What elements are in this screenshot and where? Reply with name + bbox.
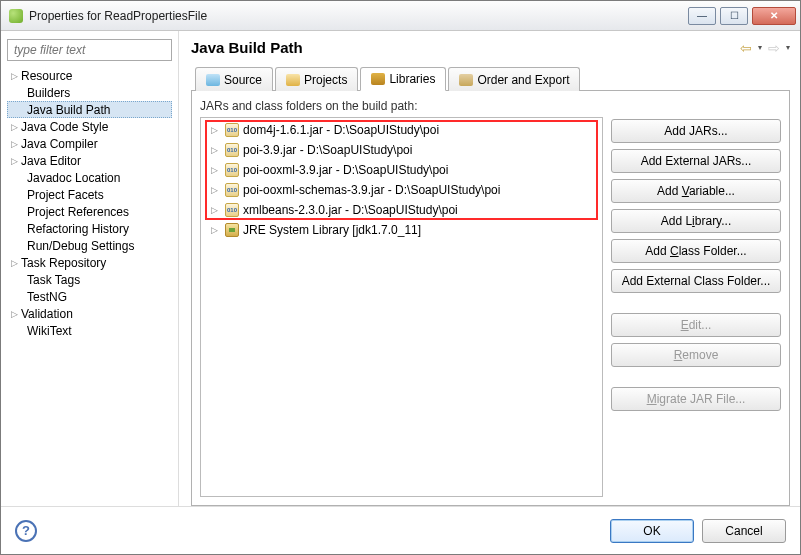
tab-label: Libraries [389, 72, 435, 86]
view-menu-icon[interactable]: ▾ [786, 43, 790, 52]
maximize-button[interactable]: ☐ [720, 7, 748, 25]
window-title: Properties for ReadPropertiesFile [29, 9, 688, 23]
sidebar-item-label: Project Facets [27, 188, 104, 202]
page-title: Java Build Path [191, 39, 740, 56]
add-class-folder-button[interactable]: Add Class Folder... [611, 239, 781, 263]
jar-icon: 010 [225, 163, 239, 177]
sidebar-item-label: Task Repository [21, 256, 106, 270]
sidebar-item[interactable]: Builders [7, 84, 172, 101]
back-icon[interactable]: ⇦ [740, 40, 752, 56]
twisty-icon[interactable]: ▷ [211, 165, 221, 175]
window-icon [9, 9, 23, 23]
close-button[interactable]: ✕ [752, 7, 796, 25]
sidebar-item-label: Run/Debug Settings [27, 239, 134, 253]
twisty-icon[interactable]: ▷ [211, 125, 221, 135]
add-library-button[interactable]: Add Library... [611, 209, 781, 233]
twisty-icon[interactable]: ▷ [211, 145, 221, 155]
library-item-label: xmlbeans-2.3.0.jar - D:\SoapUIStudy\poi [243, 203, 458, 217]
libs-area: ▷010dom4j-1.6.1.jar - D:\SoapUIStudy\poi… [200, 117, 781, 497]
jar-icon: 010 [225, 143, 239, 157]
libs-description: JARs and class folders on the build path… [200, 99, 781, 113]
sidebar-item[interactable]: Project References [7, 203, 172, 220]
nav-arrows: ⇦ ▾ ⇨ ▾ [740, 40, 790, 56]
library-item-label: poi-3.9.jar - D:\SoapUIStudy\poi [243, 143, 412, 157]
sidebar: ▷ResourceBuildersJava Build Path▷Java Co… [1, 31, 179, 506]
sidebar-item-label: Java Editor [21, 154, 81, 168]
twisty-icon[interactable]: ▷ [211, 205, 221, 215]
tab-label: Source [224, 73, 262, 87]
sidebar-item[interactable]: Run/Debug Settings [7, 237, 172, 254]
sidebar-item[interactable]: ▷Java Code Style [7, 118, 172, 135]
twisty-icon[interactable]: ▷ [11, 156, 21, 166]
sidebar-item[interactable]: Project Facets [7, 186, 172, 203]
sidebar-item-label: Refactoring History [27, 222, 129, 236]
filter-input[interactable] [7, 39, 172, 61]
sidebar-item[interactable]: WikiText [7, 322, 172, 339]
add-jars-button[interactable]: Add JARs... [611, 119, 781, 143]
jar-icon: 010 [225, 203, 239, 217]
library-item-label: poi-ooxml-3.9.jar - D:\SoapUIStudy\poi [243, 163, 448, 177]
libraries-icon [371, 73, 385, 85]
projects-icon [286, 74, 300, 86]
sidebar-item-label: Java Compiler [21, 137, 98, 151]
twisty-icon[interactable]: ▷ [11, 309, 21, 319]
sidebar-item[interactable]: ▷Task Repository [7, 254, 172, 271]
sidebar-item-label: Builders [27, 86, 70, 100]
add-external-jars-button[interactable]: Add External JARs... [611, 149, 781, 173]
add-external-class-folder-button[interactable]: Add External Class Folder... [611, 269, 781, 293]
library-item[interactable]: ▷010dom4j-1.6.1.jar - D:\SoapUIStudy\poi [203, 120, 600, 140]
sidebar-item[interactable]: ▷Validation [7, 305, 172, 322]
remove-button: Remove [611, 343, 781, 367]
cancel-button[interactable]: Cancel [702, 519, 786, 543]
libraries-list[interactable]: ▷010dom4j-1.6.1.jar - D:\SoapUIStudy\poi… [200, 117, 603, 497]
sidebar-item-label: Javadoc Location [27, 171, 120, 185]
button-column: Add JARs... Add External JARs... Add Var… [611, 117, 781, 497]
sidebar-item[interactable]: ▷Resource [7, 67, 172, 84]
back-menu-icon[interactable]: ▾ [758, 43, 762, 52]
tab-libraries[interactable]: Libraries [360, 67, 446, 91]
tab-label: Order and Export [477, 73, 569, 87]
sidebar-item-label: Validation [21, 307, 73, 321]
twisty-icon[interactable]: ▷ [11, 71, 21, 81]
migrate-jar-button: Migrate JAR File... [611, 387, 781, 411]
sidebar-item-label: Resource [21, 69, 72, 83]
sidebar-item-label: Task Tags [27, 273, 80, 287]
window-controls: — ☐ ✕ [688, 7, 796, 25]
sidebar-item[interactable]: Java Build Path [7, 101, 172, 118]
library-item[interactable]: ▷010poi-ooxml-schemas-3.9.jar - D:\SoapU… [203, 180, 600, 200]
tab-projects[interactable]: Projects [275, 67, 358, 91]
library-item-label: poi-ooxml-schemas-3.9.jar - D:\SoapUIStu… [243, 183, 500, 197]
tab-order-export[interactable]: Order and Export [448, 67, 580, 91]
sidebar-item[interactable]: Javadoc Location [7, 169, 172, 186]
library-icon [225, 223, 239, 237]
library-item[interactable]: ▷010poi-ooxml-3.9.jar - D:\SoapUIStudy\p… [203, 160, 600, 180]
twisty-icon[interactable]: ▷ [211, 225, 221, 235]
help-button[interactable]: ? [15, 520, 37, 542]
twisty-icon[interactable]: ▷ [11, 122, 21, 132]
ok-button[interactable]: OK [610, 519, 694, 543]
library-item[interactable]: ▷010xmlbeans-2.3.0.jar - D:\SoapUIStudy\… [203, 200, 600, 220]
tab-source[interactable]: Source [195, 67, 273, 91]
sidebar-item-label: TestNG [27, 290, 67, 304]
add-variable-button[interactable]: Add Variable... [611, 179, 781, 203]
sidebar-item-label: Java Build Path [27, 103, 110, 117]
sidebar-item[interactable]: Refactoring History [7, 220, 172, 237]
sidebar-item[interactable]: Task Tags [7, 271, 172, 288]
library-item-label: dom4j-1.6.1.jar - D:\SoapUIStudy\poi [243, 123, 439, 137]
sidebar-item[interactable]: TestNG [7, 288, 172, 305]
sidebar-item-label: Project References [27, 205, 129, 219]
tab-body: JARs and class folders on the build path… [191, 91, 790, 506]
library-item[interactable]: ▷010poi-3.9.jar - D:\SoapUIStudy\poi [203, 140, 600, 160]
minimize-button[interactable]: — [688, 7, 716, 25]
forward-icon: ⇨ [768, 40, 780, 56]
edit-button: Edit... [611, 313, 781, 337]
sidebar-item[interactable]: ▷Java Editor [7, 152, 172, 169]
twisty-icon[interactable]: ▷ [211, 185, 221, 195]
sidebar-item[interactable]: ▷Java Compiler [7, 135, 172, 152]
bottom-bar: ? OK Cancel [1, 506, 800, 554]
library-item[interactable]: ▷JRE System Library [jdk1.7.0_11] [203, 220, 600, 240]
category-tree[interactable]: ▷ResourceBuildersJava Build Path▷Java Co… [7, 67, 172, 500]
twisty-icon[interactable]: ▷ [11, 258, 21, 268]
twisty-icon[interactable]: ▷ [11, 139, 21, 149]
order-icon [459, 74, 473, 86]
